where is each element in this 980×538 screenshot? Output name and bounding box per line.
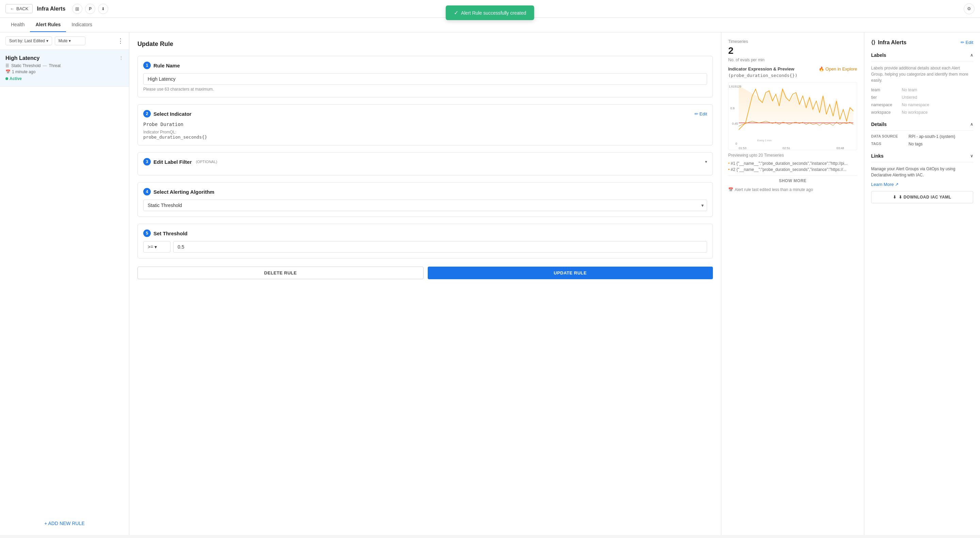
sort-button[interactable]: Sort by: Last Edited ▾ bbox=[5, 37, 52, 45]
success-toast: ✓ Alert Rule successfully created bbox=[446, 5, 534, 20]
links-title: Links bbox=[871, 153, 884, 159]
label-filter-collapse-icon[interactable]: ▾ bbox=[705, 160, 707, 164]
links-collapse-icon[interactable]: ∨ bbox=[970, 153, 973, 158]
grid-icon: ⊞ bbox=[75, 6, 79, 11]
evals-label: No. of evals per min bbox=[728, 57, 857, 62]
threshold-operator-select[interactable]: >= ▾ bbox=[143, 241, 170, 253]
mute-button[interactable]: Mute ▾ bbox=[55, 37, 86, 45]
timeseries-label: Timeseries bbox=[728, 39, 857, 44]
download-icon-button[interactable]: ⬇ bbox=[98, 4, 108, 14]
back-arrow-icon: ← bbox=[10, 6, 14, 11]
explore-icon: 🔥 bbox=[819, 66, 824, 72]
svg-text:0: 0 bbox=[735, 142, 737, 145]
step-2-title: Select Indicator bbox=[153, 111, 192, 117]
back-label: BACK bbox=[16, 6, 28, 11]
preview-info: Previewing upto 20 Timeseries bbox=[728, 153, 857, 158]
right-title: ⟨⟩ Infra Alerts bbox=[871, 39, 907, 46]
open-in-explore-button[interactable]: 🔥 Open in Explore bbox=[819, 66, 857, 72]
svg-text:0.45: 0.45 bbox=[732, 122, 738, 125]
threshold-operator: >= bbox=[148, 244, 153, 250]
labels-description: Labels provide additional details about … bbox=[871, 65, 973, 83]
mute-label: Mute bbox=[59, 38, 68, 43]
links-section: Links ∨ Manage your Alert Groups via Git… bbox=[871, 153, 973, 203]
tab-alert-rules[interactable]: Alert Rules bbox=[30, 18, 66, 32]
right-edit-button[interactable]: ✏ Edit bbox=[961, 40, 973, 45]
label-tier: tier Untiered bbox=[871, 95, 973, 100]
step-2-num: 2 bbox=[143, 110, 151, 118]
rule-time: 📅 1 minute ago bbox=[5, 69, 124, 74]
add-new-rule-button[interactable]: + ADD NEW RULE bbox=[5, 517, 124, 530]
right-sidebar: ⟨⟩ Infra Alerts ✏ Edit Labels ∧ Labels p… bbox=[864, 32, 980, 535]
sort-chevron-icon: ▾ bbox=[46, 38, 48, 43]
labels-title: Labels bbox=[871, 53, 886, 58]
actions-row: DELETE RULE UPDATE RULE bbox=[137, 267, 713, 279]
p-icon-button[interactable]: P bbox=[85, 4, 95, 14]
right-sidebar-header: ⟨⟩ Infra Alerts ✏ Edit bbox=[871, 39, 973, 46]
left-sidebar: Sort by: Last Edited ▾ Mute ▾ ⋮ High Lat… bbox=[0, 32, 129, 535]
details-section-header: Details ∧ bbox=[871, 121, 973, 131]
timeseries-count: 2 bbox=[728, 45, 857, 56]
sort-label: Sort by: Last Edited bbox=[9, 38, 45, 43]
p-icon: P bbox=[89, 6, 92, 11]
algorithm-select-wrapper: Static Threshold Dynamic Threshold ▾ bbox=[143, 200, 707, 211]
download-icon: ⬇ bbox=[102, 6, 105, 11]
delete-rule-button[interactable]: DELETE RULE bbox=[137, 267, 424, 279]
alerting-algorithm-section: 4 Select Alerting Algorithm Static Thres… bbox=[137, 182, 713, 217]
update-rule-button[interactable]: UPDATE RULE bbox=[428, 267, 713, 279]
threshold-operator-chevron-icon: ▾ bbox=[154, 244, 157, 250]
rule-name-section: 1 Rule Name Please use 63 characters at … bbox=[137, 56, 713, 97]
grid-icon-button[interactable]: ⊞ bbox=[72, 4, 82, 14]
calendar-icon-small: 📅 bbox=[728, 187, 733, 192]
gear-icon: ⚙ bbox=[967, 6, 971, 11]
indicator-section-title: Indicator Expression & Preview bbox=[728, 66, 794, 72]
chart-container: 1.619129 0.9 0.45 0 01:53 02:51 03:48 Ev… bbox=[728, 82, 857, 150]
edit-indicator-link[interactable]: ✏ Edit bbox=[695, 111, 707, 117]
step-4-num: 4 bbox=[143, 188, 151, 195]
step-5-title: Set Threshold bbox=[153, 230, 188, 236]
indicator-promql-label: Indicator PromQL: bbox=[143, 130, 707, 134]
tab-indicators[interactable]: Indicators bbox=[66, 18, 98, 32]
learn-more-link[interactable]: Learn More ↗ bbox=[871, 182, 899, 187]
rule-card-more-icon[interactable]: ⋮ bbox=[119, 55, 124, 61]
status-badge: Active bbox=[5, 76, 22, 81]
tab-health[interactable]: Health bbox=[5, 18, 30, 32]
show-more-button[interactable]: SHOW MORE bbox=[728, 176, 857, 183]
alert-edited-info: 📅 Alert rule last edited less than a min… bbox=[728, 187, 857, 192]
details-collapse-icon[interactable]: ∧ bbox=[970, 122, 973, 127]
step-4-title: Select Alerting Algorithm bbox=[153, 189, 215, 195]
timeseries-chart: 1.619129 0.9 0.45 0 01:53 02:51 03:48 Ev… bbox=[729, 82, 857, 150]
rule-time-ago: 1 minute ago bbox=[12, 69, 35, 74]
download-iac-yaml-button[interactable]: ⬇ ⬇ DOWNLOAD IAC YAML bbox=[871, 191, 973, 203]
links-section-header: Links ∨ bbox=[871, 153, 973, 163]
status-dot bbox=[5, 77, 8, 80]
series-item-1: • #1 {"__name__":"probe_duration_seconds… bbox=[728, 160, 857, 166]
settings-button[interactable]: ⚙ bbox=[964, 3, 975, 14]
series-dot-2: • bbox=[728, 167, 731, 172]
labels-collapse-icon[interactable]: ∧ bbox=[970, 53, 973, 57]
infra-icon: ⟨⟩ bbox=[871, 39, 875, 46]
detail-tags: TAGS No tags bbox=[871, 142, 973, 147]
rule-card[interactable]: High Latency ⋮ ☰ Static Threshold — Thre… bbox=[0, 50, 129, 87]
optional-tag: (OPTIONAL) bbox=[196, 160, 218, 164]
step-3-title: Edit Label Filter bbox=[153, 159, 192, 165]
rule-severity: Threat bbox=[49, 63, 61, 68]
rule-card-name: High Latency bbox=[5, 55, 40, 61]
indicator-preview-section: Indicator Expression & Preview 🔥 Open in… bbox=[728, 66, 857, 78]
edit-pencil-icon: ✏ bbox=[695, 111, 698, 117]
indicator-promql-value: probe_duration_seconds{} bbox=[143, 134, 707, 140]
algorithm-select[interactable]: Static Threshold Dynamic Threshold bbox=[143, 200, 707, 211]
rule-name-input[interactable] bbox=[143, 73, 707, 85]
svg-text:01:53: 01:53 bbox=[739, 147, 746, 150]
labels-section: Labels ∧ Labels provide additional detai… bbox=[871, 53, 973, 115]
back-button[interactable]: ← BACK bbox=[5, 4, 33, 13]
links-description: Manage your Alert Groups via GitOps by u… bbox=[871, 166, 973, 178]
preview-panel: Timeseries 2 No. of evals per min Indica… bbox=[721, 32, 864, 535]
promql-expression: (probe_duration_seconds{}) bbox=[728, 73, 857, 78]
svg-text:Every 1 min: Every 1 min bbox=[757, 139, 772, 142]
label-workspace: workspace No workspace bbox=[871, 110, 973, 115]
rules-list: High Latency ⋮ ☰ Static Threshold — Thre… bbox=[0, 50, 129, 517]
threshold-value-input[interactable] bbox=[173, 241, 707, 253]
sidebar-more-icon[interactable]: ⋮ bbox=[118, 37, 124, 45]
panel-title: Update Rule bbox=[137, 40, 713, 48]
step-5-num: 5 bbox=[143, 230, 151, 237]
